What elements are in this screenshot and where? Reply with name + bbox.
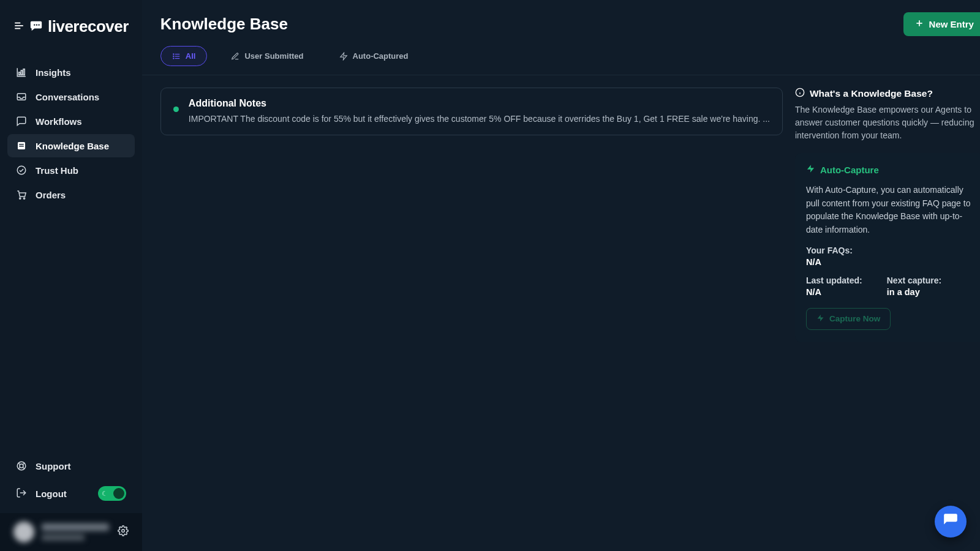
- list-icon: [172, 52, 181, 61]
- bolt-icon: [339, 52, 348, 61]
- svg-rect-8: [23, 69, 24, 75]
- nav: Insights Conversations Workflows Knowled…: [7, 61, 135, 206]
- svg-rect-7: [21, 70, 22, 75]
- toggle-knob: [113, 488, 124, 499]
- sidebar-item-label: Support: [36, 461, 71, 471]
- tab-auto-captured[interactable]: Auto-Captured: [328, 46, 420, 66]
- check-circle-icon: [16, 165, 27, 176]
- svg-point-23: [122, 529, 125, 532]
- auto-capture-desc: With Auto-Capture, you can automatically…: [806, 184, 974, 237]
- next-capture-value: in a day: [887, 287, 941, 297]
- chart-icon: [16, 67, 27, 78]
- svg-marker-36: [807, 165, 814, 173]
- menu-icon[interactable]: [13, 20, 24, 34]
- entry-title: Additional Notes: [189, 98, 770, 109]
- svg-rect-6: [19, 72, 20, 75]
- sidebar-item-label: Trust Hub: [36, 165, 78, 176]
- svg-point-3: [34, 24, 35, 25]
- user-subtitle: [42, 534, 85, 541]
- svg-line-19: [23, 467, 24, 469]
- tab-label: Auto-Captured: [353, 51, 409, 61]
- theme-toggle[interactable]: ☾: [98, 486, 126, 501]
- sidebar-item-trust-hub[interactable]: Trust Hub: [7, 159, 135, 182]
- svg-line-18: [18, 463, 20, 465]
- new-entry-button[interactable]: New Entry: [903, 12, 980, 36]
- tab-all[interactable]: All: [160, 46, 208, 66]
- new-entry-label: New Entry: [929, 19, 974, 29]
- sidebar-item-label: Workflows: [36, 116, 82, 127]
- tab-user-submitted[interactable]: User Submitted: [219, 46, 315, 66]
- header: Knowledge Base New Entry: [142, 0, 980, 36]
- svg-point-30: [173, 56, 174, 56]
- capture-now-button[interactable]: Capture Now: [806, 308, 891, 330]
- side-panel: What's a Knowledge Base? The Knowledge B…: [795, 88, 980, 533]
- svg-point-15: [23, 198, 24, 199]
- svg-point-13: [17, 166, 26, 174]
- svg-point-4: [36, 24, 37, 25]
- sidebar-item-label: Orders: [36, 190, 66, 200]
- logout-label: Logout: [36, 489, 67, 499]
- sidebar-item-label: Conversations: [36, 92, 99, 102]
- info-heading: What's a Knowledge Base?: [810, 88, 933, 99]
- status-dot: [173, 107, 179, 112]
- chat-icon: [943, 512, 959, 531]
- logout-icon: [16, 487, 27, 500]
- sidebar-item-knowledge-base[interactable]: Knowledge Base: [7, 134, 135, 157]
- faqs-value: N/A: [806, 257, 974, 267]
- avatar[interactable]: [13, 522, 34, 542]
- user-row: [0, 513, 142, 551]
- plus-icon: [914, 18, 924, 30]
- svg-rect-11: [19, 144, 24, 145]
- sidebar: liverecover Insights Conversations Workf…: [0, 0, 142, 551]
- info-heading-row: What's a Knowledge Base?: [795, 88, 980, 100]
- tab-label: All: [186, 51, 196, 61]
- capture-now-label: Capture Now: [829, 314, 880, 323]
- cart-icon: [16, 189, 27, 200]
- svg-point-17: [20, 464, 23, 468]
- chat-bubble-icon: [29, 19, 43, 35]
- auto-capture-title: Auto-Capture: [820, 165, 879, 175]
- svg-marker-37: [818, 315, 824, 321]
- info-desc: The Knowledge Base empowers our Agents t…: [795, 103, 980, 142]
- sidebar-item-label: Knowledge Base: [36, 141, 109, 151]
- svg-line-21: [23, 463, 24, 465]
- svg-line-20: [18, 467, 20, 469]
- sidebar-item-insights[interactable]: Insights: [7, 61, 135, 84]
- svg-point-31: [173, 58, 174, 58]
- kb-entry[interactable]: Additional Notes IMPORTANT The discount …: [160, 88, 783, 135]
- page-title: Knowledge Base: [160, 15, 288, 34]
- svg-rect-12: [19, 146, 24, 147]
- svg-marker-32: [340, 53, 347, 60]
- tabs: All User Submitted Auto-Captured: [142, 36, 980, 75]
- next-capture-label: Next capture:: [887, 276, 941, 285]
- svg-point-5: [38, 24, 39, 25]
- entry-list: Additional Notes IMPORTANT The discount …: [160, 88, 783, 533]
- gear-icon[interactable]: [118, 525, 129, 539]
- pencil-icon: [231, 52, 239, 61]
- svg-point-14: [20, 198, 21, 199]
- brand-text: liverecover: [48, 17, 129, 36]
- user-name: [42, 523, 109, 531]
- logout-link[interactable]: Logout: [16, 487, 67, 500]
- bolt-icon: [816, 314, 824, 324]
- main: Knowledge Base New Entry All User Submit…: [142, 0, 980, 551]
- sidebar-item-conversations[interactable]: Conversations: [7, 85, 135, 108]
- message-icon: [16, 116, 27, 127]
- sidebar-item-orders[interactable]: Orders: [7, 183, 135, 206]
- lifebuoy-icon: [16, 460, 27, 471]
- sidebar-item-workflows[interactable]: Workflows: [7, 110, 135, 133]
- chat-fab[interactable]: [935, 506, 967, 538]
- book-icon: [16, 140, 27, 151]
- last-updated-label: Last updated:: [806, 276, 862, 285]
- info-icon: [795, 88, 805, 100]
- sidebar-item-label: Insights: [36, 67, 71, 78]
- sidebar-item-support[interactable]: Support: [7, 454, 135, 478]
- auto-capture-panel: Auto-Capture With Auto-Capture, you can …: [795, 153, 980, 342]
- brand: liverecover: [7, 11, 135, 50]
- last-updated-value: N/A: [806, 287, 862, 297]
- entry-body: IMPORTANT The discount code is for 55% b…: [189, 113, 770, 125]
- moon-icon: ☾: [102, 490, 108, 498]
- faqs-label: Your FAQs:: [806, 246, 974, 255]
- bolt-icon: [806, 164, 815, 175]
- inbox-icon: [16, 91, 27, 102]
